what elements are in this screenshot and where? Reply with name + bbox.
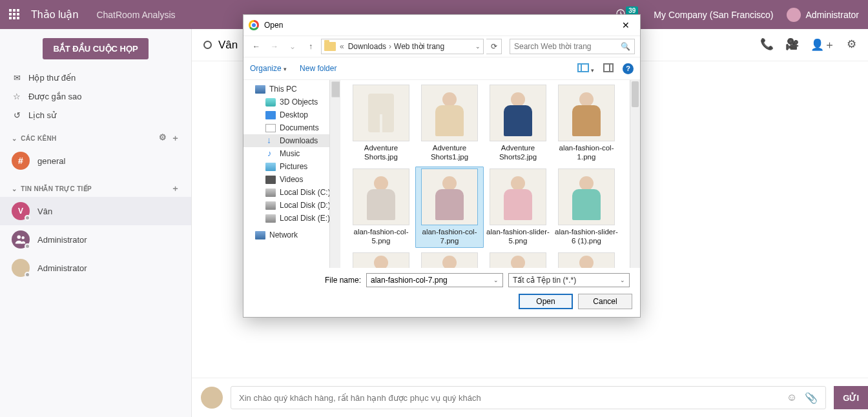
chat-input[interactable]	[239, 393, 779, 403]
help-icon[interactable]: ?	[623, 63, 634, 74]
videos-icon	[265, 176, 276, 184]
sidebar-history[interactable]: ↺Lịch sử	[12, 106, 180, 125]
dialog-toolbar: Organize ▾ New folder ▾ ?	[243, 57, 640, 79]
sidebar-starred[interactable]: ☆Được gắn sao	[12, 87, 180, 106]
file-item[interactable]: alan-fashion-col-7.png	[415, 167, 484, 248]
file-open-dialog: Open ✕ ← → ⌄ ↑ « Downloads › Web thời tr…	[243, 14, 641, 318]
pc-icon	[255, 85, 265, 94]
cancel-button[interactable]: Cancel	[578, 294, 632, 309]
tree-pictures[interactable]: Pictures	[243, 160, 340, 173]
file-item[interactable]: alan-fashion-slider-5.png	[484, 167, 552, 248]
tree-3d-objects[interactable]: 3D Objects	[243, 96, 340, 108]
add-user-icon[interactable]: 👤＋	[811, 37, 835, 52]
dm-header[interactable]: ⌄TIN NHẮN TRỰC TIẾP ＋	[0, 175, 191, 197]
view-mode-icon[interactable]: ▾	[577, 63, 594, 74]
open-button[interactable]: Open	[519, 294, 573, 309]
network-icon	[255, 231, 265, 239]
channels-header[interactable]: ⌄CÁC KÊNH ⚙＋	[0, 125, 191, 147]
chevron-down-icon: ⌄	[12, 135, 17, 142]
user-menu[interactable]: Administrator	[787, 8, 859, 22]
dm-admin-2[interactable]: Administrator	[0, 254, 191, 282]
nav-forward-icon[interactable]: →	[267, 39, 282, 54]
tree-videos[interactable]: Videos	[243, 173, 340, 186]
app-title[interactable]: Thảo luận	[31, 8, 78, 21]
tree-scrollbar[interactable]	[329, 80, 340, 268]
disk-icon	[265, 201, 276, 210]
attachment-icon[interactable]: 📎	[805, 392, 818, 404]
tree-music[interactable]: Music	[243, 147, 340, 160]
chevron-down-icon[interactable]: ⌄	[620, 277, 625, 283]
breadcrumb[interactable]: « Downloads › Web thời trang ⌄	[321, 39, 484, 54]
chat-input-wrap[interactable]: ☺ 📎	[231, 386, 826, 409]
folder-tree: This PC 3D Objects Desktop Documents Dow…	[243, 80, 340, 268]
sidebar-inbox[interactable]: ✉Hộp thư đến	[12, 68, 180, 87]
file-item[interactable]: alan-fashion-slider-6 (1).png	[552, 167, 621, 248]
dialog-footer: File name: alan-fashion-col-7.png⌄ Tất c…	[243, 268, 640, 317]
avatar-icon: V	[12, 202, 30, 220]
dm-van[interactable]: VVân	[0, 197, 191, 225]
plus-icon[interactable]: ＋	[171, 183, 180, 194]
file-item[interactable]: alan-fashion-col-1.png	[552, 83, 621, 164]
settings-icon[interactable]: ⚙	[847, 37, 856, 52]
nav-back-icon[interactable]: ←	[249, 39, 264, 54]
file-name: alan-fashion-slider-6 (1).png	[554, 227, 619, 246]
file-item[interactable]: Adventure Shorts.jpg	[347, 83, 415, 164]
search-icon[interactable]: 🔍	[621, 42, 630, 51]
video-icon[interactable]: 🎥	[785, 37, 799, 52]
file-item[interactable]: Adventure Shorts1.jpg	[415, 83, 484, 164]
gear-icon[interactable]: ⚙	[159, 132, 167, 144]
phone-icon[interactable]: 📞	[760, 37, 774, 52]
close-icon[interactable]: ✕	[617, 17, 635, 33]
search-input[interactable]	[514, 42, 621, 51]
file-item[interactable]	[415, 250, 484, 269]
file-name: Adventure Shorts1.jpg	[417, 143, 482, 162]
dialog-title: Open	[264, 21, 283, 30]
sidebar: BẮT ĐẦU CUỘC HỌP ✉Hộp thư đến ☆Được gắn …	[0, 29, 192, 417]
send-button[interactable]: GỬI	[834, 386, 868, 409]
organize-menu[interactable]: Organize ▾	[250, 64, 287, 73]
chevron-down-icon[interactable]: ⌄	[285, 39, 300, 54]
chevron-down-icon[interactable]: ⌄	[493, 277, 499, 283]
desktop-icon	[265, 111, 276, 119]
tree-network[interactable]: Network	[243, 229, 340, 241]
app-subtitle[interactable]: ChatRoom Analysis	[96, 10, 175, 20]
disk-icon	[265, 188, 276, 197]
chrome-icon	[249, 20, 259, 30]
file-name: Adventure Shorts.jpg	[349, 143, 413, 162]
tree-this-pc[interactable]: This PC	[243, 83, 340, 96]
file-item[interactable]: Adventure Shorts2.jpg	[484, 83, 552, 164]
chevron-down-icon: ⌄	[12, 185, 17, 192]
team-icon	[12, 230, 30, 249]
channel-general[interactable]: #general	[0, 147, 191, 175]
svg-point-1	[17, 236, 21, 239]
file-item[interactable]	[484, 250, 552, 269]
file-grid: Adventure Shorts.jpgAdventure Shorts1.jp…	[340, 80, 640, 268]
tree-desktop[interactable]: Desktop	[243, 108, 340, 121]
refresh-icon[interactable]: ⟳	[486, 39, 502, 54]
filetype-select[interactable]: Tất cả Tệp tin (*.*)⌄	[508, 273, 630, 287]
plus-icon[interactable]: ＋	[171, 132, 180, 144]
tree-disk-d[interactable]: Local Disk (D:)	[243, 199, 340, 212]
emoji-icon[interactable]: ☺	[787, 392, 797, 403]
new-folder-button[interactable]: New folder	[300, 64, 336, 73]
nav-up-icon[interactable]: ↑	[303, 39, 318, 54]
file-item[interactable]	[347, 250, 415, 269]
tree-downloads[interactable]: Downloads	[243, 134, 340, 147]
apps-icon[interactable]	[9, 9, 21, 21]
tree-documents[interactable]: Documents	[243, 121, 340, 134]
file-item[interactable]: alan-fashion-col-5.png	[347, 167, 415, 248]
dm-admin-1[interactable]: Administrator	[0, 225, 191, 254]
chevron-down-icon[interactable]: ⌄	[475, 43, 480, 50]
chat-title: Vân	[218, 39, 238, 52]
preview-pane-icon[interactable]	[603, 63, 614, 74]
grid-scrollbar[interactable]	[630, 80, 640, 268]
presence-icon	[203, 41, 212, 49]
tree-disk-c[interactable]: Local Disk (C:)	[243, 186, 340, 199]
filename-input[interactable]: alan-fashion-col-7.png⌄	[366, 273, 503, 287]
search-box[interactable]: 🔍	[510, 39, 635, 54]
music-icon	[265, 150, 276, 158]
tree-disk-e[interactable]: Local Disk (E:)	[243, 212, 340, 225]
start-meeting-button[interactable]: BẮT ĐẦU CUỘC HỌP	[43, 38, 148, 59]
company-selector[interactable]: My Company (San Francisco)	[654, 10, 773, 20]
file-item[interactable]	[552, 250, 621, 269]
